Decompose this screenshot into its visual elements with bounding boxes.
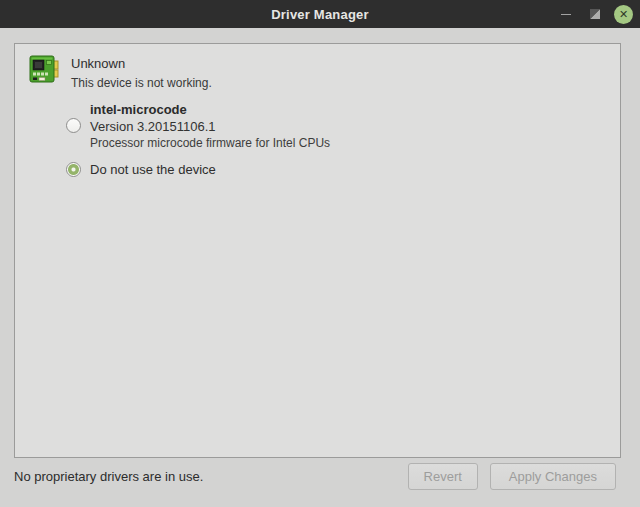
driver-version: Version 3.20151106.1: [90, 119, 330, 135]
device-status: This device is not working.: [71, 76, 212, 90]
device-row: Unknown This device is not working.: [15, 44, 620, 90]
driver-option-do-not-use[interactable]: Do not use the device: [66, 162, 620, 177]
apply-changes-button[interactable]: Apply Changes: [490, 463, 616, 490]
driver-option-label: Do not use the device: [90, 162, 216, 177]
minimize-icon: [561, 14, 571, 15]
revert-button[interactable]: Revert: [408, 463, 478, 490]
driver-options: intel-microcode Version 3.20151106.1 Pro…: [66, 102, 620, 177]
driver-option-intel-microcode[interactable]: intel-microcode Version 3.20151106.1 Pro…: [66, 102, 620, 150]
driver-description: Processor microcode firmware for Intel C…: [90, 137, 330, 150]
footer-bar: No proprietary drivers are in use. Rever…: [0, 446, 640, 507]
device-header: Unknown This device is not working.: [71, 53, 212, 90]
driver-manager-window: Driver Manager ✕: [0, 0, 640, 507]
driver-option-labels: intel-microcode Version 3.20151106.1 Pro…: [90, 102, 330, 150]
window-controls: ✕: [556, 0, 633, 28]
status-text: No proprietary drivers are in use.: [14, 469, 408, 484]
device-name: Unknown: [71, 56, 212, 72]
radio-selected-icon[interactable]: [66, 162, 81, 177]
titlebar: Driver Manager ✕: [0, 0, 640, 28]
close-button[interactable]: ✕: [614, 5, 633, 24]
restore-icon: [590, 9, 600, 19]
driver-name: intel-microcode: [90, 102, 330, 117]
footer-buttons: Revert Apply Changes: [408, 463, 616, 490]
maximize-button[interactable]: [585, 4, 605, 24]
window-content: Unknown This device is not working. inte…: [0, 28, 640, 507]
close-icon: ✕: [619, 8, 628, 19]
circuit-board-icon: [28, 53, 60, 85]
radio-unselected-icon[interactable]: [66, 118, 81, 133]
minimize-button[interactable]: [556, 4, 576, 24]
device-list-panel: Unknown This device is not working. inte…: [14, 43, 621, 458]
window-title: Driver Manager: [0, 0, 640, 28]
